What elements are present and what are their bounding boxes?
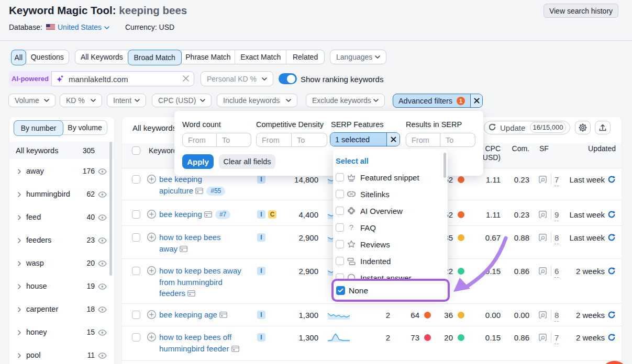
svg-text:?: ?: [349, 223, 353, 232]
